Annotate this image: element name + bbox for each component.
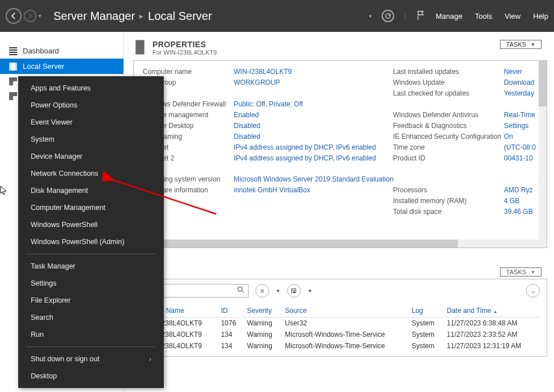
- context-menu-item[interactable]: Settings: [18, 275, 164, 292]
- search-icon[interactable]: [237, 286, 245, 295]
- property-value[interactable]: Enabled: [234, 110, 393, 121]
- event-row[interactable]: WIN-I238L4OLKT9134WarningMicrosoft-Windo…: [140, 340, 540, 352]
- context-menu-item[interactable]: Windows PowerShell (Admin): [18, 233, 164, 250]
- context-menu-item[interactable]: Search: [18, 309, 164, 326]
- property-row: Computer nameWIN-I238L4OLKT9Last install…: [143, 67, 542, 77]
- save-filter-icon[interactable]: 🖫: [287, 284, 301, 298]
- property-label: Last checked for updates: [393, 88, 504, 99]
- property-row: EthernetIPv4 address assigned by DHCP, I…: [143, 142, 542, 153]
- context-menu-item[interactable]: Disk Management: [18, 182, 164, 199]
- filter-options-icon[interactable]: ≡: [255, 284, 269, 298]
- property-value[interactable]: Download: [504, 77, 542, 88]
- property-value[interactable]: WIN-I238L4OLKT9: [234, 67, 393, 77]
- context-menu-item[interactable]: Apps and Features: [18, 80, 164, 97]
- property-value[interactable]: WORKGROUP: [234, 77, 393, 88]
- property-value[interactable]: Never: [504, 67, 542, 77]
- properties-tasks-dropdown[interactable]: TASKS▼: [500, 40, 541, 49]
- property-row: Total disk space39.46 GB: [143, 207, 542, 217]
- property-value[interactable]: IPv4 address assigned by DHCP, IPv6 enab…: [234, 142, 393, 153]
- properties-title: PROPERTIES: [152, 40, 217, 49]
- property-row: Windows Defender FirewallPublic: Off, Pr…: [143, 99, 542, 110]
- property-label: Total disk space: [393, 207, 504, 217]
- property-row: Hardware informationinnotek GmbH Virtual…: [143, 185, 542, 196]
- property-row: WorkgroupWORKGROUPWindows UpdateDownload: [143, 77, 542, 88]
- vertical-scrollbar[interactable]: [539, 61, 547, 247]
- svg-point-0: [238, 287, 242, 291]
- role-icon: [9, 92, 17, 100]
- events-table: Server NameIDSeveritySourceLogDate and T…: [140, 304, 540, 352]
- flag-icon[interactable]: [416, 10, 425, 22]
- title-bar: ▼ Server Manager ▸ Local Server ▾ | Mana…: [0, 0, 554, 32]
- forward-button[interactable]: [24, 10, 36, 22]
- context-menu-item[interactable]: Task Manager: [18, 258, 164, 275]
- content-pane: PROPERTIES For WIN-I238L4OLKT9 TASKS▼ Co…: [124, 32, 554, 392]
- property-row: Operating system versionMicrosoft Window…: [143, 174, 542, 185]
- horizontal-scrollbar[interactable]: [134, 240, 539, 247]
- event-row[interactable]: WIN-I238L4OLKT91076WarningUser32System11…: [140, 317, 540, 329]
- property-row: Installed memory (RAM)4 GB: [143, 196, 542, 207]
- column-header[interactable]: Log: [408, 304, 444, 317]
- property-value[interactable]: Microsoft Windows Server 2019 Standard E…: [234, 174, 394, 185]
- property-label: Last installed updates: [393, 67, 504, 77]
- context-menu-item[interactable]: Network Connections: [18, 165, 164, 182]
- expand-panel-icon[interactable]: ⌵: [526, 284, 540, 298]
- context-menu-item[interactable]: File Explorer: [18, 292, 164, 309]
- property-value[interactable]: 00431-10: [504, 153, 542, 164]
- event-row[interactable]: WIN-I238L4OLKT9134WarningMicrosoft-Windo…: [140, 329, 540, 340]
- property-value[interactable]: Public: Off, Private: Off: [234, 99, 393, 110]
- property-value[interactable]: 39.46 GB: [504, 207, 542, 217]
- property-value[interactable]: (UTC-08:0: [504, 142, 542, 153]
- context-menu-item[interactable]: Power Options: [18, 97, 164, 114]
- sidebar-item-label: Local Server: [23, 62, 64, 71]
- properties-panel: Computer nameWIN-I238L4OLKT9Last install…: [133, 60, 547, 248]
- breadcrumb-root[interactable]: Server Manager: [53, 10, 135, 23]
- sidebar-item-label: Dashboard: [23, 47, 59, 55]
- menu-help[interactable]: Help: [533, 12, 548, 20]
- column-header[interactable]: Date and Time: [443, 304, 540, 317]
- context-menu-item[interactable]: Desktop: [18, 368, 164, 385]
- events-tasks-dropdown[interactable]: TASKS▼: [500, 267, 541, 277]
- header-menu: Manage Tools View Help: [436, 12, 548, 20]
- back-button[interactable]: [6, 8, 22, 24]
- menu-tools[interactable]: Tools: [475, 12, 492, 20]
- context-menu-item[interactable]: Computer Management: [18, 199, 164, 216]
- context-menu-item[interactable]: Device Manager: [18, 148, 164, 165]
- property-value[interactable]: Yesterday: [504, 88, 542, 99]
- column-header[interactable]: ID: [217, 304, 243, 317]
- menu-view[interactable]: View: [505, 12, 520, 20]
- property-value[interactable]: Real-Time: [504, 110, 542, 121]
- property-value[interactable]: 4 GB: [504, 196, 542, 207]
- property-value[interactable]: innotek GmbH VirtualBox: [234, 185, 393, 196]
- property-value[interactable]: Settings: [504, 121, 542, 131]
- events-panel: ≡▼ 🖫▼ ⌵ Server NameIDSeveritySourceLogDa…: [133, 279, 547, 357]
- property-label: Product ID: [393, 153, 504, 164]
- property-value[interactable]: Disabled: [234, 121, 393, 131]
- context-menu-item[interactable]: Run: [18, 326, 164, 343]
- property-row: Last checked for updatesYesterday: [143, 88, 542, 99]
- property-value[interactable]: AMD Ryz: [504, 185, 542, 196]
- context-menu-item[interactable]: System: [18, 131, 164, 148]
- property-value[interactable]: IPv4 address assigned by DHCP, IPv6 enab…: [234, 153, 393, 164]
- nav-history-dropdown[interactable]: ▼: [38, 14, 42, 19]
- breadcrumb-dropdown-icon[interactable]: ▾: [369, 14, 371, 19]
- sidebar-item-dashboard[interactable]: Dashboard: [0, 43, 123, 59]
- column-header[interactable]: Source: [282, 304, 408, 317]
- property-row: NIC TeamingDisabledIE Enhanced Security …: [143, 131, 542, 142]
- property-row: Remote managementEnabledWindows Defender…: [143, 110, 542, 121]
- refresh-icon[interactable]: [382, 10, 394, 22]
- separator: |: [404, 12, 406, 20]
- context-menu-item[interactable]: Shut down or sign out›: [18, 350, 164, 368]
- breadcrumb-current[interactable]: Local Server: [148, 10, 212, 23]
- properties-subtitle: For WIN-I238L4OLKT9: [152, 49, 217, 56]
- property-value[interactable]: On: [504, 131, 542, 142]
- property-value[interactable]: Disabled: [234, 131, 393, 142]
- properties-icon: [135, 40, 144, 55]
- context-menu-item[interactable]: Event Viewer: [18, 114, 164, 131]
- column-header[interactable]: Severity: [243, 304, 282, 317]
- menu-manage[interactable]: Manage: [436, 12, 462, 20]
- property-label: Feedback & Diagnostics: [393, 121, 504, 131]
- context-menu-item[interactable]: Windows PowerShell: [18, 216, 164, 233]
- breadcrumb-separator: ▸: [139, 11, 143, 20]
- sidebar-item-local-server[interactable]: Local Server: [0, 59, 123, 74]
- property-row: Ethernet 2IPv4 address assigned by DHCP,…: [143, 153, 542, 164]
